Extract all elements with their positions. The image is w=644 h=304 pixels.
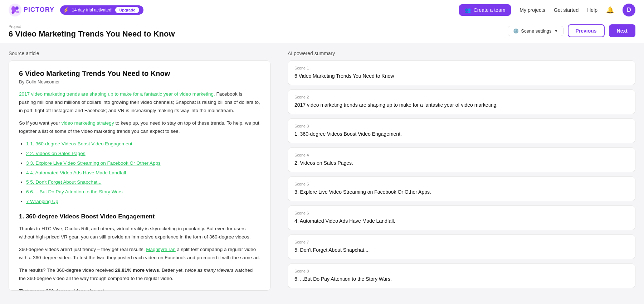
scene-text: 2017 video marketing trends are shaping … [294,101,629,109]
get-started-link[interactable]: Get started [554,7,579,13]
scene-number: Scene 7 [294,240,629,244]
video-strategy-link[interactable]: video marketing strategy [62,120,114,126]
scenes-list: Scene 1 6 Video Marketing Trends You Nee… [288,61,635,288]
list-link-7[interactable]: 7 Wrapping Up [26,199,58,204]
app-header: PICTORY ⚡ 14 day trial activated! Upgrad… [0,0,644,20]
next-button[interactable]: Next [609,24,635,37]
svg-point-4 [12,11,14,14]
header-nav: 👥 Create a team My projects Get started … [459,4,635,16]
trial-label: 14 day trial activated! [72,8,112,13]
section1-para4: That means 360-degree videos also get... [19,287,260,291]
scene-text: 6 Video Marketing Trends You Need to Kno… [294,72,629,80]
scene-card-4[interactable]: Scene 4 2. Videos on Sales Pages. [288,148,635,172]
create-team-icon: 👥 [465,7,471,13]
article-card: 6 Video Marketing Trends You Need to Kno… [9,61,270,291]
scene-text: 3. Explore Live Video Streaming on Faceb… [294,188,629,196]
create-team-button[interactable]: 👥 Create a team [459,4,511,16]
scene-card-3[interactable]: Scene 3 1. 360-degree Videos Boost Video… [288,119,635,143]
article-para-highlight: 2017 video marketing trends are shaping … [19,90,260,115]
chevron-down-icon: ▼ [555,29,558,33]
scene-text: 6. ...But Do Pay Attention to the Story … [294,275,629,283]
scene-card-6[interactable]: Scene 6 4. Automated Video Ads Have Made… [288,206,635,230]
list-item: 6 6. ...But Do Pay Attention to the Stor… [26,188,260,196]
list-link-2[interactable]: 2 2. Videos on Sales Pages [26,151,86,156]
section1-para1: Thanks to HTC Vive, Oculus Rift, and oth… [19,225,260,241]
trial-badge: ⚡ 14 day trial activated! Upgrade [60,5,143,15]
right-panel: AI powered summary Scene 1 6 Video Marke… [279,43,644,302]
bold-stat: 28.81% more views [115,267,159,273]
scene-number: Scene 4 [294,153,629,157]
list-item: 3 3. Explore Live Video Streaming on Fac… [26,159,260,168]
header-left: PICTORY ⚡ 14 day trial activated! Upgrad… [9,4,143,16]
avatar[interactable]: D [623,4,635,16]
scene-card-7[interactable]: Scene 7 5. Don't Forget About Snapchat..… [288,235,635,259]
upgrade-button[interactable]: Upgrade [115,7,139,13]
help-link[interactable]: Help [587,7,597,13]
svg-point-3 [16,10,19,13]
scene-text: 5. Don't Forget About Snapchat.... [294,246,629,254]
list-item: 2 2. Videos on Sales Pages [26,150,260,158]
scene-card-8[interactable]: Scene 8 6. ...But Do Pay Attention to th… [288,264,635,288]
trial-icon: ⚡ [63,7,69,13]
project-actions: ⚙️ Scene settings ▼ Previous Next [508,24,635,37]
article-body: 2017 video marketing trends are shaping … [19,90,260,291]
scene-card-5[interactable]: Scene 5 3. Explore Live Video Streaming … [288,177,635,201]
section1-para2: 360-degree videos aren't just trendy – t… [19,246,260,262]
list-link-5[interactable]: 5 5. Don't Forget About Snapchat... [26,179,101,185]
scene-number: Scene 5 [294,182,629,186]
list-link-1[interactable]: 1 1. 360-degree Videos Boost Video Engag… [26,141,132,146]
scene-number: Scene 8 [294,269,629,273]
notification-icon[interactable]: 🔔 [606,6,614,14]
scene-number: Scene 6 [294,211,629,215]
settings-icon: ⚙️ [513,28,519,34]
italic-text: twice as many viewers [185,267,233,273]
list-item: 4 4. Automated Video Ads Have Made Landf… [26,169,260,177]
scene-text: 1. 360-degree Videos Boost Video Engagem… [294,130,629,138]
my-projects-link[interactable]: My projects [519,7,545,13]
article-title: 6 Video Marketing Trends You Need to Kno… [19,69,260,78]
ai-summary-label: AI powered summary [288,50,635,56]
list-link-4[interactable]: 4 4. Automated Video Ads Have Made Landf… [26,170,126,175]
article-para2: So if you want your video marketing stra… [19,119,260,136]
scene-text: 2. Videos on Sales Pages. [294,159,629,167]
project-title: 6 Video Marketing Trends You Need to Kno… [9,29,175,39]
section1-para3: The results? The 360-degree video receiv… [19,266,260,283]
article-author: By Colin Newcomer [19,79,260,85]
project-header: Project 6 Video Marketing Trends You Nee… [0,20,644,43]
source-article-label: Source article [9,50,270,56]
list-link-3[interactable]: 3 3. Explore Live Video Streaming on Fac… [26,160,161,166]
magnifyre-link[interactable]: Magnifyre ran [146,247,176,252]
scene-number: Scene 2 [294,95,629,99]
project-info: Project 6 Video Marketing Trends You Nee… [9,24,175,39]
scene-text: 4. Automated Video Ads Have Made Landfal… [294,217,629,225]
scene-card-1[interactable]: Scene 1 6 Video Marketing Trends You Nee… [288,61,635,85]
article-list: 1 1. 360-degree Videos Boost Video Engag… [26,140,260,206]
scene-number: Scene 1 [294,66,629,70]
list-item: 1 1. 360-degree Videos Boost Video Engag… [26,140,260,148]
list-item: 7 Wrapping Up [26,198,260,206]
svg-point-2 [15,6,19,10]
list-link-6[interactable]: 6 6. ...But Do Pay Attention to the Stor… [26,189,123,194]
scene-settings-button[interactable]: ⚙️ Scene settings ▼ [508,26,563,36]
project-label: Project [9,24,175,29]
main-layout: Source article 6 Video Marketing Trends … [0,43,644,302]
previous-button[interactable]: Previous [568,24,605,37]
scene-card-2[interactable]: Scene 2 2017 video marketing trends are … [288,90,635,114]
list-item: 5 5. Don't Forget About Snapchat... [26,178,260,187]
section1-heading: 1. 360-degree Videos Boost Video Engagem… [19,212,260,222]
logo-text: PICTORY [24,6,54,14]
logo[interactable]: PICTORY [9,4,54,16]
left-panel: Source article 6 Video Marketing Trends … [0,43,279,302]
scene-number: Scene 3 [294,124,629,128]
highlight-text: 2017 video marketing trends are shaping … [19,91,215,97]
